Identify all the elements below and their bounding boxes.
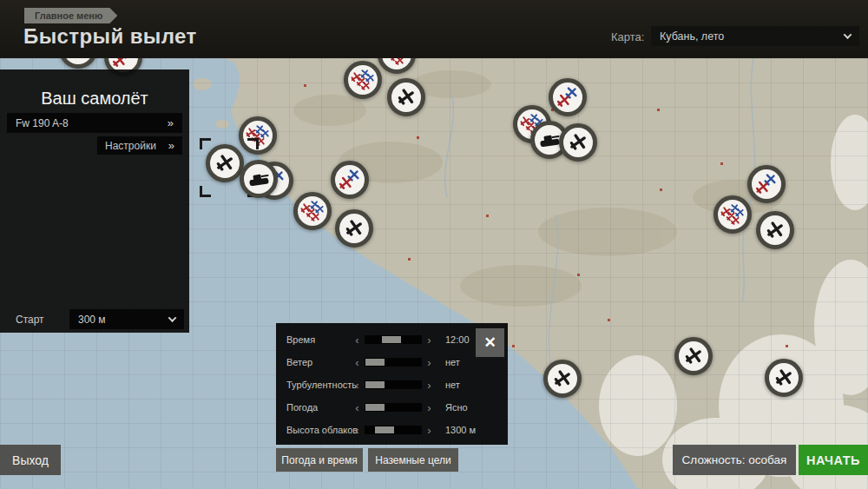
- slider-thumb[interactable]: [375, 426, 394, 433]
- cluster-icon: [718, 200, 747, 229]
- map-select-value: Кубань, лето: [660, 30, 724, 43]
- map-marker-single-plane[interactable]: [543, 360, 582, 398]
- slider-right-arrow-icon[interactable]: ›: [424, 379, 434, 392]
- single-icon: [339, 214, 369, 243]
- weather-dialog: ✕ Время‹›12:00Ветер‹›нетТурбулентность‹›…: [276, 323, 508, 445]
- weather-time-button[interactable]: Погода и время: [276, 448, 363, 472]
- close-button[interactable]: ✕: [476, 328, 504, 357]
- slider-thumb[interactable]: [365, 404, 385, 411]
- map-marker-air-group[interactable]: [713, 195, 752, 234]
- map-marker-air-group[interactable]: [293, 192, 332, 230]
- map-marker-single-plane[interactable]: [756, 211, 794, 249]
- weather-row: Ветер‹›нет: [286, 351, 477, 373]
- slider-left-arrow-icon[interactable]: ‹: [352, 334, 362, 347]
- weather-rows: Время‹›12:00Ветер‹›нетТурбулентность‹›не…: [286, 328, 477, 441]
- chevron-down-icon: [844, 30, 852, 39]
- map-marker-air-pair[interactable]: [747, 165, 786, 203]
- weather-row: Высота облаков‹›1300 м: [286, 419, 477, 441]
- map-marker-single-plane[interactable]: [335, 209, 373, 248]
- settings-button-label: Настройки: [105, 140, 156, 152]
- aircraft-panel-title: Ваш самолёт: [0, 89, 189, 109]
- double-chevron-icon: »: [168, 139, 174, 152]
- map-select-label: Карта:: [611, 30, 644, 43]
- slider-track[interactable]: [365, 403, 422, 412]
- exit-button[interactable]: Выход: [0, 445, 61, 475]
- slider-right-arrow-icon[interactable]: ›: [424, 401, 434, 414]
- slider-thumb[interactable]: [365, 359, 385, 366]
- pair-icon: [553, 83, 582, 112]
- slider-right-arrow-icon[interactable]: ›: [424, 424, 434, 437]
- slider-right-arrow-icon[interactable]: ›: [424, 356, 434, 369]
- map-marker-air-pair[interactable]: [549, 78, 587, 116]
- slider-thumb[interactable]: [365, 381, 385, 388]
- weather-row-label: Погода: [286, 402, 352, 413]
- slider-track[interactable]: [365, 335, 422, 344]
- ground-targets-button[interactable]: Наземные цели: [368, 448, 458, 472]
- single-icon: [391, 83, 421, 112]
- tank-icon: [244, 164, 273, 194]
- slider-track[interactable]: [365, 358, 422, 367]
- map-marker-ground-tank[interactable]: [240, 160, 278, 198]
- start-mission-button[interactable]: НАЧАТЬ: [799, 445, 868, 475]
- page-title: Быстрый вылет: [23, 24, 197, 49]
- map-marker-single-plane[interactable]: [765, 359, 803, 397]
- weather-row-label: Время: [286, 334, 352, 345]
- single-icon: [679, 341, 708, 371]
- slider-thumb[interactable]: [382, 336, 401, 343]
- slider-track[interactable]: [365, 380, 422, 389]
- start-altitude-value: 300 м: [78, 314, 106, 326]
- slider-right-arrow-icon[interactable]: ›: [424, 334, 434, 347]
- single-icon: [563, 128, 593, 157]
- single-icon: [769, 363, 799, 393]
- plane-select-value: Fw 190 A-8: [16, 117, 69, 129]
- settings-button[interactable]: Настройки »: [97, 136, 182, 155]
- map-marker-air-group[interactable]: [344, 61, 382, 99]
- cluster-icon: [348, 65, 378, 95]
- slider-left-arrow-icon[interactable]: ‹: [352, 356, 362, 369]
- slider-left-arrow-icon[interactable]: ‹: [352, 424, 362, 437]
- top-bar: Главное меню Быстрый вылет Карта: Кубань…: [0, 0, 868, 58]
- breadcrumb-main-menu[interactable]: Главное меню: [24, 8, 117, 23]
- weather-row-label: Высота облаков: [286, 425, 352, 435]
- slider-left-arrow-icon[interactable]: ‹: [352, 401, 362, 414]
- plane-select[interactable]: Fw 190 A-8 »: [7, 113, 182, 133]
- map-marker-single-plane[interactable]: [206, 144, 244, 182]
- weather-row-value: 12:00: [445, 334, 470, 345]
- weather-row: Время‹›12:00: [286, 328, 477, 351]
- start-altitude-label: Старт: [16, 314, 44, 326]
- weather-row-label: Турбулентность: [286, 380, 352, 390]
- map-marker-single-plane[interactable]: [559, 123, 597, 162]
- pair-icon: [335, 165, 365, 195]
- start-altitude-select[interactable]: 300 м: [69, 309, 184, 329]
- aircraft-panel: Ваш самолёт Fw 190 A-8 » Настройки » Ста…: [0, 69, 189, 333]
- cluster-icon: [298, 196, 327, 226]
- weather-row-value: нет: [445, 380, 460, 390]
- weather-row-value: нет: [445, 357, 460, 367]
- weather-row-label: Ветер: [286, 357, 352, 367]
- weather-row-value: Ясно: [445, 402, 468, 413]
- weather-row: Погода‹›Ясно: [286, 396, 477, 419]
- single-icon: [760, 215, 790, 245]
- map-marker-single-plane[interactable]: [387, 78, 425, 116]
- chevron-down-icon: [168, 314, 177, 322]
- single-icon: [548, 364, 577, 393]
- close-icon: ✕: [483, 334, 496, 352]
- map-marker-air-pair[interactable]: [331, 161, 369, 199]
- pair-icon: [752, 169, 781, 199]
- map-marker-single-plane[interactable]: [674, 337, 713, 375]
- slider-left-arrow-icon[interactable]: ‹: [352, 379, 362, 392]
- double-chevron-icon: »: [168, 116, 174, 129]
- difficulty-button[interactable]: Сложность: особая: [673, 445, 796, 475]
- slider-track[interactable]: [365, 426, 422, 434]
- weather-row-value: 1300 м: [445, 425, 476, 435]
- map-select[interactable]: Кубань, лето: [651, 26, 859, 46]
- weather-row: Турбулентность‹›нет: [286, 373, 477, 396]
